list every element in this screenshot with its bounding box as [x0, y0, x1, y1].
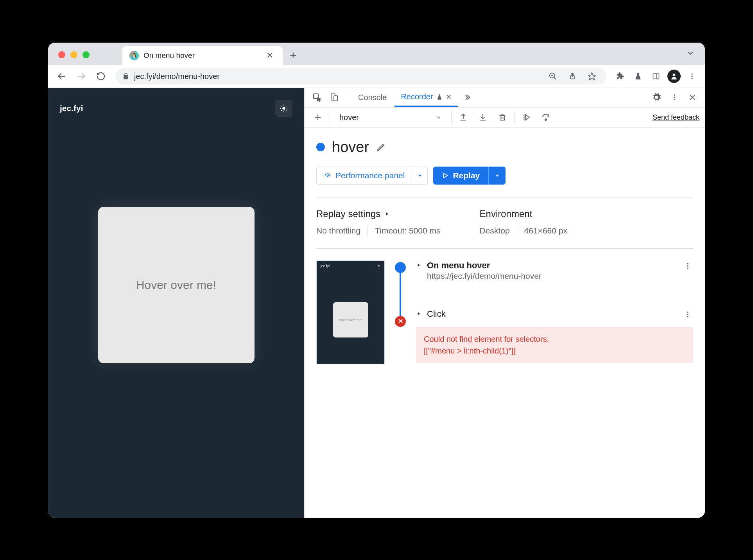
step-row[interactable]: On menu hover https://jec.fyi/demo/menu-… [416, 260, 693, 281]
svg-rect-37 [500, 115, 505, 120]
recording-title: hover [332, 139, 369, 156]
tab-close-icon[interactable]: ✕ [446, 93, 452, 101]
flask-icon [436, 94, 443, 100]
svg-line-21 [281, 110, 282, 111]
svg-point-27 [674, 97, 675, 98]
device-value: Desktop [480, 226, 510, 235]
tab-recorder[interactable]: Recorder ✕ [394, 88, 457, 107]
profile-button[interactable] [667, 69, 681, 84]
window-close-button[interactable] [58, 51, 65, 58]
step-over-button[interactable] [538, 109, 554, 125]
step-menu-button[interactable] [682, 260, 693, 271]
svg-point-13 [691, 78, 692, 79]
more-tabs-button[interactable] [459, 90, 475, 105]
site-name: jec.fyi [60, 104, 83, 113]
gauge-icon [324, 172, 332, 179]
svg-point-53 [687, 265, 688, 266]
devtools-close-button[interactable] [685, 90, 700, 105]
tab-recorder-label: Recorder [401, 92, 433, 101]
thumb-theme-icon: ☀ [377, 264, 380, 268]
replay-settings-column: Replay settings No throttling Timeout: 5… [316, 208, 441, 236]
step-menu-button[interactable] [682, 309, 693, 320]
zoom-out-icon[interactable] [545, 69, 560, 84]
inspect-element-button[interactable] [309, 90, 325, 105]
steps-list: On menu hover https://jec.fyi/demo/menu-… [416, 260, 693, 364]
share-icon[interactable] [565, 69, 580, 84]
divider [347, 92, 347, 103]
devtools-settings-button[interactable] [649, 90, 664, 105]
browser-tab[interactable]: 🐧 On menu hover ✕ [122, 46, 283, 65]
forward-button[interactable] [73, 68, 90, 84]
thumb-site-name: jec.fyi [321, 264, 330, 268]
content-area: jec.fyi Hover over me! Co [48, 88, 705, 518]
step-row[interactable]: Click [416, 309, 693, 320]
window-minimize-button[interactable] [70, 51, 77, 58]
steps-section: jec.fyi ☀ Hover over me! ✕ [316, 248, 693, 364]
address-bar[interactable]: jec.fyi/demo/menu-hover [115, 68, 606, 84]
caret-right-icon [416, 311, 421, 316]
delete-recording-button[interactable] [495, 109, 510, 125]
svg-marker-50 [386, 212, 388, 215]
new-tab-button[interactable]: + [283, 46, 304, 65]
step-thumbnail[interactable]: jec.fyi ☀ Hover over me! [316, 260, 385, 364]
svg-point-46 [327, 176, 328, 177]
extensions-icon[interactable] [613, 69, 628, 84]
sun-icon [280, 104, 288, 113]
svg-line-22 [286, 106, 286, 106]
chevron-down-icon [436, 114, 442, 120]
replay-settings-heading[interactable]: Replay settings [316, 208, 441, 219]
tabs-dropdown-button[interactable] [686, 49, 695, 57]
performance-panel-button[interactable]: Performance panel [316, 167, 428, 185]
recording-select[interactable]: hover [334, 110, 447, 124]
divider [517, 226, 517, 236]
bookmark-star-icon[interactable] [584, 69, 599, 84]
svg-rect-25 [334, 96, 337, 101]
action-buttons: Performance panel Replay [316, 167, 693, 185]
replay-dropdown[interactable] [488, 167, 506, 185]
devtools-panel: Console Recorder ✕ [304, 88, 705, 518]
svg-point-52 [687, 263, 688, 264]
environment-heading: Environment [480, 208, 567, 219]
caret-right-icon [416, 262, 421, 268]
send-feedback-link[interactable]: Send feedback [653, 113, 699, 122]
continue-button[interactable] [518, 109, 534, 125]
svg-line-20 [286, 110, 286, 111]
window-maximize-button[interactable] [82, 51, 90, 58]
play-icon [442, 172, 449, 179]
divider [330, 112, 330, 123]
device-toolbar-button[interactable] [326, 90, 342, 105]
svg-marker-7 [588, 73, 595, 80]
replay-button-label: Replay [453, 171, 480, 180]
replay-button[interactable]: Replay [433, 167, 506, 185]
devtools-tab-bar: Console Recorder ✕ [305, 88, 705, 108]
tab-close-button[interactable]: ✕ [264, 50, 276, 61]
labs-flask-icon[interactable] [631, 69, 645, 84]
url-text: jec.fyi/demo/menu-hover [134, 72, 541, 81]
svg-marker-43 [525, 115, 529, 120]
performance-panel-label: Performance panel [335, 171, 405, 180]
performance-panel-dropdown[interactable] [412, 167, 427, 184]
theme-toggle-button[interactable] [275, 100, 292, 117]
new-recording-button[interactable] [310, 109, 326, 125]
import-button[interactable] [475, 109, 491, 125]
tab-title: On menu hover [143, 51, 259, 60]
export-button[interactable] [455, 109, 471, 125]
svg-point-57 [687, 314, 688, 315]
svg-point-54 [687, 267, 688, 269]
devtools-menu-button[interactable] [667, 90, 682, 105]
settings-section: Replay settings No throttling Timeout: 5… [316, 197, 693, 248]
tab-console[interactable]: Console [352, 88, 393, 107]
divider [368, 226, 368, 236]
reload-button[interactable] [93, 68, 109, 84]
error-text-line1: Could not find element for selectors: [424, 333, 685, 345]
hover-card[interactable]: Hover over me! [98, 207, 255, 363]
tab-console-label: Console [358, 93, 387, 102]
browser-window: 🐧 On menu hover ✕ + jec.fyi/demo/menu-ho… [48, 43, 705, 518]
svg-rect-8 [653, 74, 659, 79]
back-button[interactable] [54, 68, 70, 84]
chrome-menu-button[interactable] [685, 69, 699, 84]
recorder-toolbar: hover Sen [305, 108, 705, 128]
svg-point-58 [687, 316, 688, 317]
edit-title-button[interactable] [376, 142, 386, 152]
side-panel-icon[interactable] [649, 69, 663, 84]
